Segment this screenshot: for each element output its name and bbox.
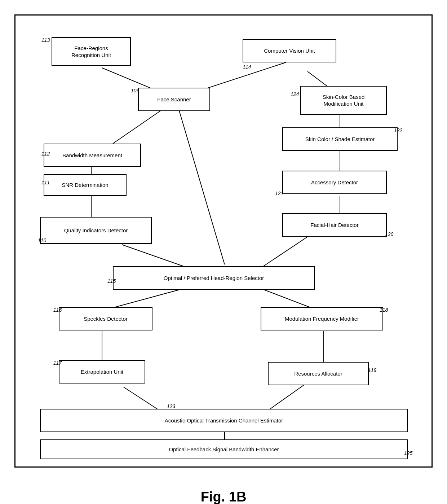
- mod-freq-box: Modulation Frequency Modifier: [261, 307, 383, 330]
- computer-vision-box: Computer Vision Unit: [243, 39, 336, 62]
- svg-line-7: [178, 106, 225, 264]
- bandwidth-box: Bandwidth Measurement: [44, 144, 141, 167]
- label-125: 125: [404, 450, 412, 456]
- label-114: 114: [243, 64, 251, 70]
- diagram-container: Face-Regions Recognition Unit 113 Comput…: [14, 14, 433, 468]
- label-116: 116: [53, 307, 62, 313]
- svg-line-16: [124, 387, 160, 411]
- label-117: 117: [53, 360, 62, 366]
- label-118: 118: [380, 307, 388, 313]
- svg-line-10: [122, 245, 189, 268]
- speckles-box: Speckles Detector: [59, 307, 152, 330]
- figure-title: Fig. 1B: [201, 489, 247, 504]
- label-121: 121: [275, 190, 283, 196]
- skin-color-mod-box: Skin-Color Based Modification Unit: [300, 86, 387, 115]
- svg-line-2: [307, 71, 329, 88]
- label-124: 124: [291, 91, 299, 97]
- diagram-area: Face-Regions Recognition Unit 113 Comput…: [16, 16, 431, 466]
- label-110: 110: [38, 237, 46, 243]
- facial-hair-box: Facial-Hair Detector: [282, 213, 387, 237]
- extrapolation-box: Extrapolation Unit: [59, 360, 145, 384]
- quality-box: Quality Indicators Detector: [40, 217, 152, 244]
- label-111: 111: [41, 180, 50, 185]
- label-112: 112: [41, 151, 50, 157]
- optical-feedback-box: Optical Feedback Signal Bandwidth Enhanc…: [40, 439, 408, 459]
- resources-box: Resources Allocator: [268, 362, 369, 385]
- label-123: 123: [167, 403, 175, 409]
- label-113: 113: [41, 37, 50, 43]
- accessory-box: Accessory Detector: [282, 171, 387, 194]
- label-109: 109: [131, 88, 139, 93]
- label-120: 120: [385, 231, 393, 237]
- face-regions-box: Face-Regions Recognition Unit: [52, 37, 131, 66]
- label-119: 119: [368, 367, 376, 373]
- acoustic-box: Acoustic-Optical Transmission Channel Es…: [40, 409, 408, 432]
- skin-color-shade-box: Skin Color / Shade Estimator: [282, 127, 398, 151]
- label-115: 115: [107, 278, 116, 284]
- label-122: 122: [394, 127, 402, 133]
- face-scanner-box: Face Scanner: [138, 88, 210, 111]
- snr-box: SNR Determination: [44, 174, 127, 196]
- head-region-box: Optimal / Preferred Head-Region Selector: [113, 266, 315, 290]
